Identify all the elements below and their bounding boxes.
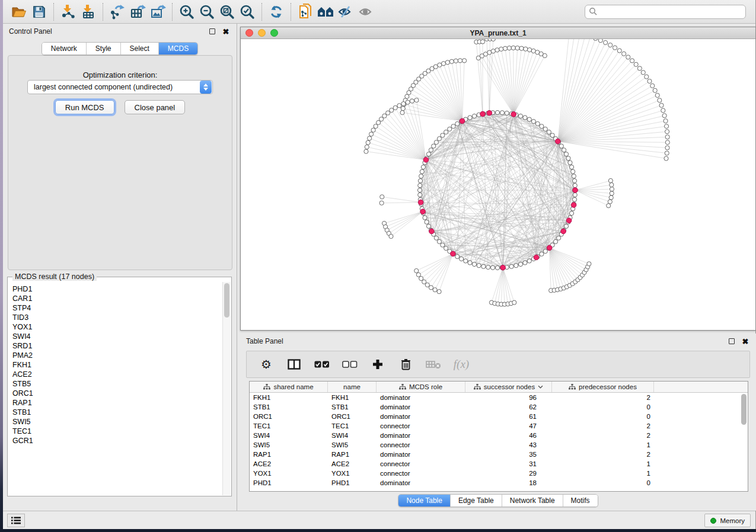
network-node[interactable]: [661, 108, 665, 113]
network-node[interactable]: [507, 46, 511, 50]
network-node[interactable]: [441, 62, 445, 66]
network-node[interactable]: [665, 135, 669, 139]
criterion-dropdown[interactable]: largest connected component (undirected): [27, 80, 213, 94]
network-node[interactable]: [564, 152, 568, 156]
network-node[interactable]: [547, 130, 551, 134]
mcds-list-scrollbar[interactable]: [222, 282, 231, 495]
network-node[interactable]: [448, 127, 452, 131]
column-header-MCDS-role[interactable]: MCDS role: [377, 382, 465, 392]
network-node[interactable]: [441, 133, 445, 137]
network-node[interactable]: [417, 188, 422, 192]
mcds-hub-node[interactable]: [487, 110, 492, 116]
network-node[interactable]: [437, 137, 441, 141]
network-node[interactable]: [364, 149, 368, 153]
tab-mcds[interactable]: MCDS: [158, 43, 197, 55]
mcds-hub-node[interactable]: [561, 229, 566, 234]
network-node[interactable]: [564, 224, 568, 228]
network-node[interactable]: [514, 264, 518, 268]
column-header-name[interactable]: name: [328, 382, 377, 392]
network-node[interactable]: [637, 66, 642, 70]
network-node[interactable]: [462, 59, 466, 63]
network-node[interactable]: [572, 174, 576, 178]
hide-selected-button[interactable]: [336, 2, 356, 21]
table-row[interactable]: PHD1PHD1dominator180: [250, 478, 748, 488]
network-node[interactable]: [607, 204, 611, 208]
table-row[interactable]: SWI5SWI5connector431: [250, 440, 748, 450]
network-node[interactable]: [634, 62, 638, 66]
tab-edge-table[interactable]: Edge Table: [450, 495, 502, 507]
network-node[interactable]: [468, 261, 472, 265]
network-node[interactable]: [429, 148, 433, 152]
network-node[interactable]: [598, 39, 602, 43]
network-window-titlebar[interactable]: YPA_prune.txt_1: [241, 27, 755, 39]
mcds-result-item[interactable]: TID3: [12, 313, 222, 322]
network-node[interactable]: [380, 195, 384, 199]
network-node[interactable]: [460, 257, 464, 261]
refresh-button[interactable]: [266, 2, 286, 21]
network-node[interactable]: [366, 140, 370, 145]
network-node[interactable]: [401, 102, 406, 106]
network-node[interactable]: [468, 116, 472, 120]
mcds-result-item[interactable]: STB5: [12, 379, 222, 389]
mcds-hub-node[interactable]: [420, 209, 426, 214]
mcds-hub-node[interactable]: [573, 188, 578, 193]
network-node[interactable]: [518, 114, 522, 118]
network-node[interactable]: [608, 43, 613, 47]
network-node[interactable]: [472, 262, 476, 266]
column-header-successor-nodes[interactable]: successor nodes: [465, 382, 552, 392]
network-node[interactable]: [419, 174, 423, 178]
float-table-panel-button[interactable]: [727, 336, 736, 346]
network-node[interactable]: [437, 239, 441, 243]
table-row[interactable]: ACE2ACE2connector311: [250, 459, 748, 469]
mcds-result-item[interactable]: SRD1: [12, 341, 222, 351]
network-node[interactable]: [397, 104, 401, 108]
network-node[interactable]: [499, 47, 503, 51]
mcds-result-item[interactable]: CAR1: [12, 294, 222, 303]
mcds-result-item[interactable]: STB1: [12, 408, 222, 417]
select-all-rows-button[interactable]: [314, 357, 330, 372]
network-node[interactable]: [658, 98, 662, 102]
network-node[interactable]: [386, 111, 390, 115]
deselect-all-rows-button[interactable]: [342, 357, 358, 372]
table-row[interactable]: SWI4SWI4dominator462: [250, 431, 748, 440]
network-node[interactable]: [664, 156, 668, 161]
network-node[interactable]: [566, 156, 570, 161]
first-neighbors-button[interactable]: [315, 2, 336, 21]
network-node[interactable]: [645, 75, 649, 79]
close-panel-action-button[interactable]: Close panel: [125, 100, 186, 114]
network-node[interactable]: [438, 63, 442, 67]
network-node[interactable]: [371, 128, 375, 132]
network-node[interactable]: [528, 48, 532, 52]
network-node[interactable]: [420, 169, 424, 174]
mcds-result-item[interactable]: SWI4: [12, 332, 222, 341]
table-row[interactable]: TEC1TEC1connector472: [250, 421, 748, 431]
network-node[interactable]: [418, 183, 422, 187]
network-node[interactable]: [531, 119, 535, 123]
network-node[interactable]: [490, 265, 495, 270]
search-input[interactable]: [585, 5, 746, 19]
network-node[interactable]: [425, 283, 429, 287]
column-header-predecessor-nodes[interactable]: predecessor nodes: [552, 382, 654, 392]
table-scrollbar[interactable]: [741, 394, 747, 425]
network-node[interactable]: [527, 117, 531, 121]
zoom-selected-button[interactable]: [237, 2, 257, 21]
show-task-history-button[interactable]: [7, 514, 25, 527]
mcds-hub-node[interactable]: [547, 245, 552, 251]
mcds-hub-node[interactable]: [418, 200, 423, 205]
zoom-out-button[interactable]: [197, 2, 217, 21]
network-canvas[interactable]: [241, 39, 755, 330]
network-node[interactable]: [543, 53, 547, 57]
network-node[interactable]: [572, 197, 576, 201]
network-node[interactable]: [665, 146, 669, 150]
tab-network-table[interactable]: Network Table: [502, 495, 563, 507]
network-node[interactable]: [540, 252, 544, 256]
network-node[interactable]: [495, 110, 499, 114]
network-node[interactable]: [659, 103, 664, 107]
network-node[interactable]: [365, 145, 369, 149]
network-node[interactable]: [535, 121, 540, 126]
tab-style[interactable]: Style: [86, 43, 120, 55]
import-table-button[interactable]: [78, 2, 98, 21]
network-node[interactable]: [368, 136, 372, 140]
mcds-result-item[interactable]: RAP1: [12, 398, 222, 408]
network-node[interactable]: [422, 280, 426, 284]
